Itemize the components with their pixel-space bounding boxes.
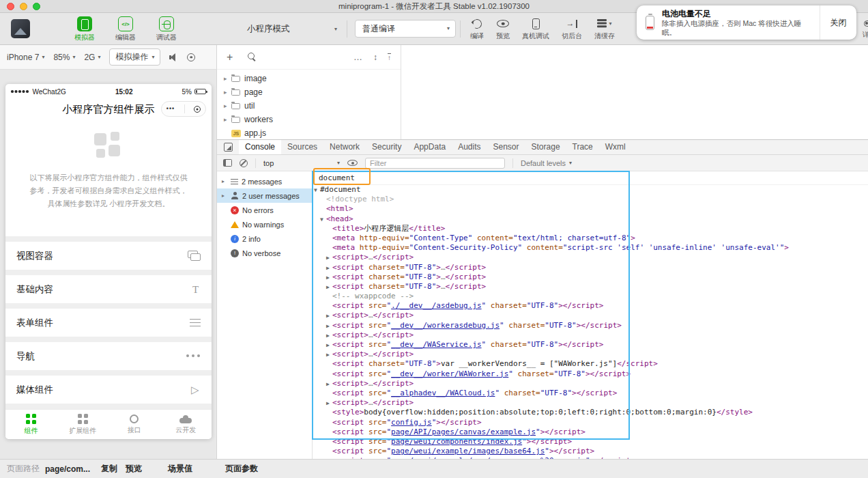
page-params-label[interactable]: 页面参数: [225, 463, 258, 475]
details-button[interactable]: 详情: [856, 20, 868, 40]
tab-sources[interactable]: Sources: [281, 140, 323, 154]
tree-item-util[interactable]: ▸util: [217, 99, 401, 113]
dom-tree-line[interactable]: ▶<script>…</script>: [313, 398, 868, 408]
more-menu-button[interactable]: •••: [167, 106, 175, 112]
zoom-button[interactable]: [33, 3, 40, 10]
console-filter-info[interactable]: 2 info: [217, 231, 312, 246]
dom-tree-line[interactable]: <script src="page/weui/example/images/ba…: [313, 447, 868, 456]
dom-tree-line[interactable]: <title>小程序逻辑层</title>: [313, 224, 868, 234]
expand-arrow-icon[interactable]: ▶: [326, 341, 332, 350]
live-expression-icon[interactable]: [347, 160, 358, 166]
screenshot-icon[interactable]: [187, 53, 195, 61]
debugger-button[interactable]: 调试器: [151, 16, 182, 42]
expand-arrow-icon[interactable]: ▶: [326, 322, 332, 331]
zoom-select[interactable]: 85% ▾: [53, 53, 75, 62]
dom-tree-line[interactable]: ▶<script charset="UTF-8">…</script>: [313, 272, 868, 282]
expand-arrow-icon[interactable]: ▸: [224, 102, 231, 109]
tab-wxml[interactable]: Wxml: [599, 140, 632, 154]
notification-close-button[interactable]: 关闭: [820, 5, 856, 40]
dom-tree-line[interactable]: ▶<script charset="UTF-8">…</script>: [313, 263, 868, 272]
sort-icon[interactable]: ↕: [373, 53, 377, 61]
list-item-view-container[interactable]: 视图容器: [5, 242, 212, 270]
log-levels-select[interactable]: Default levels ▾: [521, 159, 572, 167]
console-filter-warning[interactable]: No warnings: [217, 217, 312, 231]
dom-tree-line[interactable]: ▼#document: [313, 185, 868, 195]
add-file-icon[interactable]: +: [227, 52, 233, 63]
dom-tree-line[interactable]: <meta http-equiv="Content-Security-Polic…: [313, 243, 868, 253]
console-filter-input[interactable]: [365, 158, 505, 169]
execution-context-select[interactable]: top ▾: [263, 159, 340, 167]
list-item-media[interactable]: 媒体组件: [5, 376, 212, 404]
tab-security[interactable]: Security: [366, 140, 407, 154]
dom-tree-line[interactable]: <script src="__alphadev__/WACloud.js" ch…: [313, 389, 868, 398]
collapse-arrow-icon[interactable]: ▼: [320, 215, 326, 225]
tabbar-item-components[interactable]: 组件: [5, 410, 57, 439]
preview-button[interactable]: 预览: [126, 463, 142, 475]
expand-arrow-icon[interactable]: ▶: [326, 331, 332, 341]
mute-icon[interactable]: [169, 53, 178, 61]
tabbar-item-api[interactable]: 接口: [108, 410, 160, 439]
simulate-actions-button[interactable]: 模拟操作 ▾: [109, 48, 160, 66]
editor-area[interactable]: [402, 45, 868, 139]
dom-tree-line[interactable]: ▼<head>: [313, 214, 868, 224]
dom-tree-line[interactable]: <script charset="UTF-8">var __workerVend…: [313, 359, 868, 369]
expand-arrow-icon[interactable]: ▶: [326, 311, 332, 321]
tab-network[interactable]: Network: [323, 140, 366, 154]
dom-tree-line[interactable]: ▶<script src="__dev__/WAService.js" char…: [313, 340, 868, 350]
expand-arrow-icon[interactable]: ▶: [326, 399, 332, 408]
dom-tree-line[interactable]: <script src="__dev__/worker/WAWorker.js"…: [313, 369, 868, 379]
dom-tree-line[interactable]: ▶<script>…</script>: [313, 350, 868, 359]
dom-tree-line[interactable]: <!doctype html>: [313, 195, 868, 204]
compile-mode-select[interactable]: 普通编译 ▾: [355, 20, 456, 38]
dom-tree-line[interactable]: ▶<script>…</script>: [313, 331, 868, 340]
dom-tree-line[interactable]: <script src="./__dev__/asdebug.js" chars…: [313, 301, 868, 311]
clear-console-icon[interactable]: [240, 159, 248, 167]
console-filter-messages[interactable]: ▸2 messages: [217, 174, 312, 188]
console-sidebar-toggle-icon[interactable]: [223, 159, 232, 167]
dom-tree-line[interactable]: <style>body{overflow:hidden;position:abs…: [313, 408, 868, 417]
tab-storage[interactable]: Storage: [525, 140, 566, 154]
expand-arrow-icon[interactable]: ▸: [224, 116, 231, 123]
expand-arrow-icon[interactable]: ▶: [326, 380, 332, 389]
dom-tree-line[interactable]: ▶<script>…</script>: [313, 311, 868, 320]
list-item-nav[interactable]: 导航: [5, 342, 212, 370]
dom-tree-line[interactable]: <!-- wxappcode -->: [313, 292, 868, 301]
scene-value-label[interactable]: 场景值: [168, 463, 192, 475]
tabbar-item-extended[interactable]: 扩展组件: [57, 410, 109, 439]
expand-arrow-icon[interactable]: ▶: [326, 273, 332, 283]
close-button[interactable]: [7, 3, 14, 10]
dom-tree-line[interactable]: <script src="page/weui/components/index.…: [313, 437, 868, 447]
simulator-button[interactable]: 模拟器: [70, 16, 100, 42]
dom-tree-line[interactable]: <script src="page/API/pages/canvas/examp…: [313, 427, 868, 437]
device-select[interactable]: iPhone 7 ▾: [7, 53, 44, 62]
editor-button[interactable]: 编辑器: [111, 16, 141, 42]
copy-button[interactable]: 复制: [101, 463, 117, 475]
inspect-element-icon[interactable]: [224, 143, 233, 152]
exit-button[interactable]: [194, 106, 201, 113]
tab-trace[interactable]: Trace: [566, 140, 599, 154]
console-filter-verbose[interactable]: No verbose: [217, 246, 312, 260]
dom-tree-line[interactable]: <script src="config.js"></script>: [313, 418, 868, 427]
tabbar-item-cloud[interactable]: 云开发: [160, 410, 212, 439]
list-item-form[interactable]: 表单组件: [5, 309, 212, 337]
tab-audits[interactable]: Audits: [452, 140, 487, 154]
tree-item-app.js[interactable]: JSapp.js: [217, 126, 401, 139]
tab-console[interactable]: Console: [239, 140, 281, 154]
network-select[interactable]: 2G ▾: [84, 53, 100, 62]
background-button[interactable]: 切后台: [555, 17, 588, 41]
search-icon[interactable]: [248, 53, 257, 61]
expand-arrow-icon[interactable]: ▶: [326, 350, 332, 360]
tab-appdata[interactable]: AppData: [407, 140, 452, 154]
tree-item-page[interactable]: ▸page: [217, 85, 401, 99]
list-item-text[interactable]: 基础内容: [5, 275, 212, 303]
tree-item-workers[interactable]: ▸workers: [217, 113, 401, 126]
expand-arrow-icon[interactable]: ▶: [326, 264, 332, 273]
clear-cache-button[interactable]: ▾清缓存: [588, 17, 621, 41]
dom-tree-line[interactable]: ▶<script>…</script>: [313, 379, 868, 389]
miniprogram-mode-select[interactable]: 小程序模式 ▾: [247, 23, 337, 35]
device-debug-button[interactable]: 真机调试: [516, 17, 555, 41]
tree-item-image[interactable]: ▸image: [217, 72, 401, 85]
expand-arrow-icon[interactable]: ▶: [326, 253, 332, 263]
expand-arrow-icon[interactable]: ▸: [224, 75, 231, 82]
dom-tree-line[interactable]: ▶<script>…</script>: [313, 253, 868, 262]
